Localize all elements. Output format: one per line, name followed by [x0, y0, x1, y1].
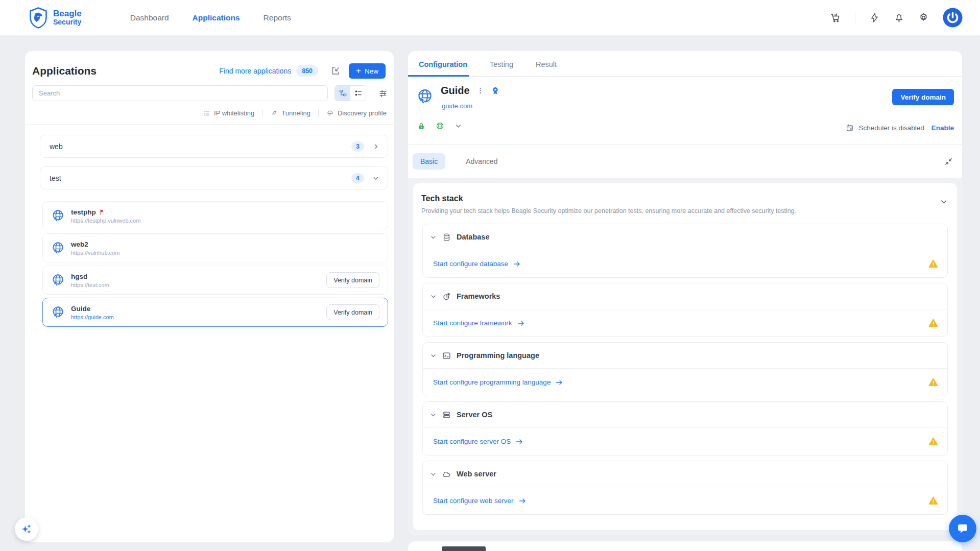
- group-name: test: [50, 174, 61, 182]
- arrow-right-icon: [517, 319, 525, 327]
- ip-whitelisting-icon: [203, 109, 210, 117]
- tab-configuration[interactable]: Configuration: [419, 60, 467, 76]
- group-row-test[interactable]: test 4: [40, 166, 388, 189]
- tree-view-icon[interactable]: [335, 86, 350, 101]
- tab-result[interactable]: Result: [536, 60, 557, 76]
- topbar-actions: [830, 8, 980, 28]
- tab-testing[interactable]: Testing: [490, 60, 513, 76]
- app-name: hgsd: [71, 273, 87, 280]
- mode-tab-basic[interactable]: Basic: [413, 153, 445, 170]
- chevron-down-icon[interactable]: [430, 293, 437, 300]
- nav-applications[interactable]: Applications: [193, 13, 240, 22]
- calendar-icon: [846, 124, 854, 132]
- tech-stack-description: Providing your tech stack helps Beagle S…: [421, 207, 948, 214]
- section-header[interactable]: Frameworks: [423, 283, 947, 309]
- tech-stack-title: Tech stack: [421, 194, 948, 203]
- advanced-filter-icon[interactable]: [378, 89, 388, 98]
- start-configure-server-os-link[interactable]: Start configure server OS: [433, 438, 523, 446]
- section-header[interactable]: Web server: [423, 461, 947, 487]
- chevron-right-icon[interactable]: [372, 143, 379, 150]
- server-icon: [442, 411, 451, 419]
- app-row-guide-selected[interactable]: Guide https://guide.com Verify domain: [42, 298, 388, 327]
- start-configure-web-server-link[interactable]: Start configure web server: [433, 497, 527, 505]
- next-config-card-partial: [408, 541, 962, 551]
- website-globe-icon: [51, 305, 65, 319]
- search-row: [32, 85, 388, 101]
- scheduler-status-text: Scheduler is disabled: [858, 124, 924, 132]
- kebab-menu-icon[interactable]: [476, 87, 484, 94]
- section-header[interactable]: Programming language: [423, 343, 947, 369]
- verify-domain-button-main[interactable]: Verify domain: [892, 89, 954, 105]
- chat-support-button[interactable]: [949, 515, 976, 542]
- section-title: Server OS: [457, 411, 492, 419]
- ip-whitelisting-filter[interactable]: IP whitelisting: [203, 109, 254, 117]
- app-row-hgsd[interactable]: hgsd https://test.com Verify domain: [42, 266, 388, 295]
- brand-logo[interactable]: Beagle Security: [28, 7, 82, 29]
- config-scroll-area: Tech stack Providing your tech stack hel…: [408, 178, 962, 535]
- tunneling-plug-icon: [270, 109, 278, 117]
- import-icon[interactable]: [330, 66, 341, 76]
- section-header[interactable]: Database: [423, 224, 947, 250]
- scheduler-status-row: Scheduler is disabled Enable: [846, 124, 954, 132]
- main-nav: Dashboard Applications Reports: [130, 13, 291, 22]
- chevron-down-icon[interactable]: [430, 234, 437, 241]
- filter-separator: [318, 109, 319, 117]
- upgrade-bolt-icon[interactable]: [869, 12, 880, 23]
- chevron-down-icon[interactable]: [430, 352, 437, 359]
- red-flag-icon: [99, 209, 105, 215]
- section-frameworks: Frameworks Start configure framework: [422, 283, 948, 337]
- top-navbar: Beagle Security Dashboard Applications R…: [0, 0, 980, 36]
- app-domain-link[interactable]: guide.com: [442, 102, 472, 110]
- app-row-testphp[interactable]: testphp https://testphp.vulnweb.com: [42, 201, 388, 230]
- user-avatar[interactable]: [943, 8, 963, 28]
- mode-tab-advanced[interactable]: Advanced: [466, 157, 497, 165]
- start-configure-framework-link[interactable]: Start configure framework: [433, 319, 525, 327]
- collapse-all-icon[interactable]: [944, 157, 953, 166]
- verify-domain-button[interactable]: Verify domain: [326, 272, 379, 288]
- ssl-lock-icon[interactable]: [417, 122, 425, 130]
- section-title: Web server: [457, 470, 496, 478]
- nav-dashboard[interactable]: Dashboard: [130, 13, 169, 22]
- start-configure-database-link[interactable]: Start configure database: [433, 260, 521, 268]
- list-view-icon[interactable]: [350, 86, 366, 101]
- app-url[interactable]: https://guide.com: [71, 314, 114, 320]
- tunneling-filter[interactable]: Tunneling: [270, 109, 310, 117]
- application-detail-panel: Configuration Testing Result Guide: [408, 51, 962, 535]
- start-configure-programming-language-link[interactable]: Start configure programming language: [433, 378, 563, 387]
- chevron-down-icon[interactable]: [940, 198, 948, 206]
- section-title: Frameworks: [457, 292, 500, 300]
- notifications-bell-icon[interactable]: [894, 12, 904, 23]
- app-url: https://test.com: [71, 282, 109, 288]
- tech-stack-sections: Database Start configure database: [413, 214, 957, 515]
- tech-stack-card: Tech stack Providing your tech stack hel…: [413, 183, 957, 530]
- award-badge-icon[interactable]: [491, 86, 500, 95]
- chevron-down-icon[interactable]: [430, 412, 437, 418]
- cart-icon[interactable]: [830, 12, 841, 23]
- section-web-server: Web server Start configure web server: [422, 461, 948, 515]
- group-row-web[interactable]: web 3: [40, 135, 388, 158]
- site-online-globe-icon[interactable]: [436, 122, 444, 130]
- filter-separator: [262, 109, 262, 117]
- search-input[interactable]: [32, 85, 328, 101]
- section-header[interactable]: Server OS: [423, 402, 947, 428]
- website-globe-icon: [416, 88, 434, 105]
- discovery-profile-icon: [326, 109, 334, 117]
- new-application-button[interactable]: + New: [349, 63, 386, 79]
- app-row-web2[interactable]: web2 https://vulnhub.com: [42, 233, 388, 262]
- chevron-down-icon[interactable]: [372, 175, 379, 182]
- cloud-icon: [442, 470, 451, 478]
- nav-reports[interactable]: Reports: [264, 13, 291, 22]
- terminal-icon: [442, 351, 451, 360]
- settings-gear-icon[interactable]: [918, 12, 929, 23]
- scheduler-enable-link[interactable]: Enable: [931, 124, 954, 132]
- verify-domain-button[interactable]: Verify domain: [326, 304, 379, 320]
- ai-assistant-button[interactable]: [15, 517, 38, 541]
- find-more-applications-link[interactable]: Find more applications: [219, 67, 291, 75]
- section-server-os: Server OS Start configure server OS: [422, 401, 948, 456]
- discovery-profile-filter[interactable]: Discovery profile: [326, 109, 387, 117]
- frameworks-icon: [442, 292, 451, 301]
- chevron-down-icon[interactable]: [455, 122, 462, 130]
- website-globe-icon: [51, 241, 65, 255]
- next-card-content-fragment: [442, 546, 486, 551]
- chevron-down-icon[interactable]: [430, 471, 437, 477]
